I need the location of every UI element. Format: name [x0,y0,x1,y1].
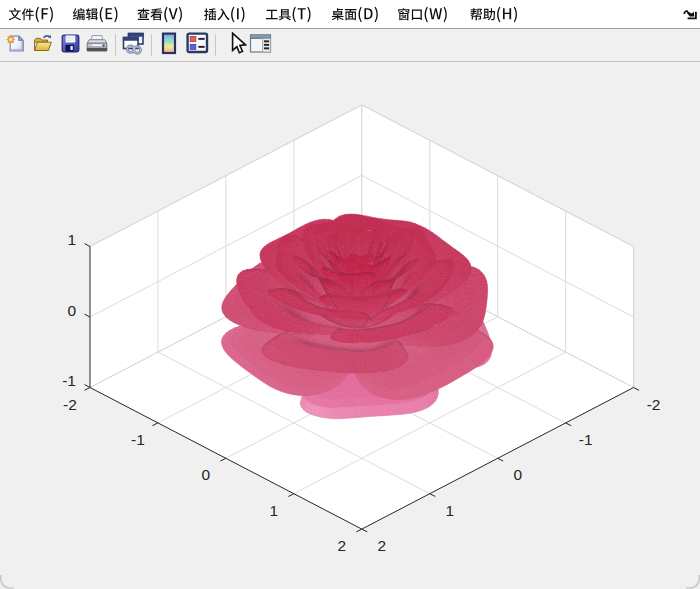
print-figure-icon [86,33,108,58]
x-tick-label: 2 [337,537,346,554]
menu-item-tools[interactable]: 工具(T) [258,0,318,28]
dock-figure-button[interactable] [681,5,697,19]
menu-item-window[interactable]: 窗口(W) [390,0,450,28]
window-corner-bottom-left [0,575,14,589]
save-figure-icon [60,33,81,58]
menu-item-view[interactable]: 查看(V) [130,0,190,28]
plot-tools-button[interactable] [247,31,273,59]
link-plot-button[interactable] [120,31,146,59]
print-figure-button[interactable] [84,31,110,59]
x-tick-label: -1 [131,431,145,448]
insert-colorbar-icon [161,32,178,59]
plot-tools-icon [249,33,272,58]
link-plot-icon [122,32,145,59]
window-corner-bottom-right [686,575,700,589]
toolbar [0,29,700,62]
figure-canvas[interactable]: -2-1012210-1-210-1 [0,62,700,589]
save-figure-button[interactable] [57,31,83,59]
y-tick-label: -1 [579,431,593,448]
new-figure-button[interactable] [3,31,29,59]
x-tick-label: -2 [63,396,77,413]
menu-item-desktop[interactable]: 桌面(D) [324,0,384,28]
menu-bar: 文件(F) 编辑(E) 查看(V) 插入(I) 工具(T) 桌面(D) 窗口(W… [0,0,700,29]
insert-legend-icon [186,32,209,58]
axes-3d: -2-1012210-1-210-1 [0,62,700,589]
menu-item-help[interactable]: 帮助(H) [463,0,523,28]
open-file-button[interactable] [30,31,56,59]
toolbar-separator [215,34,216,56]
matlab-figure-window: { "window": { "app": "MATLAB Figure", "b… [0,0,700,589]
y-tick-label: 0 [513,466,522,483]
menu-item-insert[interactable]: 插入(I) [197,0,257,28]
y-tick-label: 1 [445,502,454,519]
x-tick-label: 0 [202,466,211,483]
insert-colorbar-button[interactable] [156,31,182,59]
toolbar-separator [151,34,152,56]
z-tick-label: 1 [67,231,76,248]
x-tick-label: 1 [270,502,279,519]
insert-legend-button[interactable] [184,31,210,59]
edit-plot-icon [228,32,247,59]
new-figure-icon [6,33,27,58]
z-tick-label: -1 [62,372,76,389]
z-tick-label: 0 [67,302,76,319]
dock-arrow-icon [681,6,697,23]
y-tick-label: 2 [377,537,386,554]
menu-item-file[interactable]: 文件(F) [1,0,61,28]
y-tick-label: -2 [647,396,661,413]
open-file-icon [32,33,54,58]
toolbar-separator [115,34,116,56]
menu-item-edit[interactable]: 编辑(E) [65,0,125,28]
